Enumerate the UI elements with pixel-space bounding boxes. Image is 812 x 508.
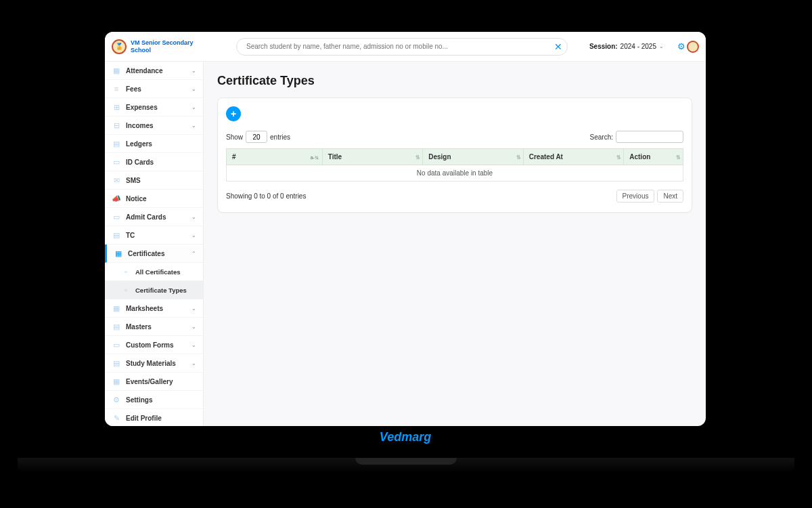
laptop-brand: Vedmarg bbox=[74, 427, 736, 446]
megaphone-icon: 📣 bbox=[112, 194, 121, 203]
sidebar-item-customforms[interactable]: ▭ Custom Forms ⌄ bbox=[105, 336, 203, 354]
laptop-frame: 🏅 VM Senior Secondary School ✕ Session: … bbox=[88, 15, 723, 438]
school-logo-icon: 🏅 bbox=[112, 39, 127, 54]
sidebar-item-certificates[interactable]: ▦ Certificates ⌃ bbox=[105, 245, 203, 263]
tc-icon: ▤ bbox=[112, 230, 121, 240]
sidebar-sub-certificate-types[interactable]: ▫ Certificate Types bbox=[105, 281, 203, 299]
idcard-icon: ▭ bbox=[112, 157, 121, 167]
clear-search-icon[interactable]: ✕ bbox=[554, 41, 562, 52]
topbar: 🏅 VM Senior Secondary School ✕ Session: … bbox=[105, 32, 706, 62]
sms-icon: ✉ bbox=[112, 175, 121, 185]
laptop-notch bbox=[355, 458, 457, 465]
sidebar-item-settings[interactable]: ⚙ Settings bbox=[105, 391, 203, 409]
sort-icon: ⇅ bbox=[676, 154, 679, 160]
table-info: Showing 0 to 0 of 0 entries bbox=[226, 192, 306, 200]
chevron-up-icon: ⌃ bbox=[191, 251, 196, 257]
sidebar-item-studymaterials[interactable]: ▤ Study Materials ⌄ bbox=[105, 354, 203, 373]
chevron-down-icon: ⌄ bbox=[191, 214, 196, 220]
chevron-down-icon: ⌄ bbox=[191, 342, 196, 348]
book-icon: ▤ bbox=[112, 358, 121, 368]
sort-icon: ⇅ bbox=[616, 154, 620, 160]
sidebar-item-masters[interactable]: ▤ Masters ⌄ bbox=[105, 318, 203, 336]
sidebar-sub-all-certificates[interactable]: ▫ All Certificates bbox=[105, 263, 203, 281]
col-action[interactable]: Action ⇅ bbox=[624, 149, 683, 165]
chevron-down-icon: ⌄ bbox=[191, 360, 196, 366]
empty-message: No data available in table bbox=[227, 165, 683, 182]
sidebar-item-admitcards[interactable]: ▭ Admit Cards ⌄ bbox=[105, 208, 203, 226]
sidebar-item-events[interactable]: ▦ Events/Gallery bbox=[105, 373, 203, 391]
search-input[interactable] bbox=[236, 38, 568, 56]
sidebar-item-attendance[interactable]: ▦ Attendance ⌄ bbox=[105, 62, 203, 80]
show-prefix: Show bbox=[226, 133, 243, 141]
session-value: 2024 - 2025 bbox=[621, 43, 656, 50]
marksheet-icon: ▦ bbox=[112, 303, 121, 313]
school-brand[interactable]: 🏅 VM Senior Secondary School bbox=[112, 39, 202, 54]
gear-icon: ⚙ bbox=[112, 395, 121, 404]
table-search-label: Search: bbox=[590, 133, 613, 141]
empty-row: No data available in table bbox=[227, 165, 683, 182]
sort-icon: ⇅ bbox=[415, 154, 419, 160]
show-suffix: entries bbox=[270, 133, 290, 141]
global-search: ✕ bbox=[236, 38, 568, 56]
chevron-down-icon: ⌄ bbox=[191, 305, 196, 312]
col-design[interactable]: Design ⇅ bbox=[423, 149, 524, 165]
next-button[interactable]: Next bbox=[657, 190, 683, 203]
sidebar-item-ledgers[interactable]: ▤ Ledgers bbox=[105, 135, 203, 153]
sidebar-item-tc[interactable]: ▤ TC ⌄ bbox=[105, 226, 203, 245]
chevron-down-icon: ⌄ bbox=[659, 43, 664, 49]
col-title[interactable]: Title ⇅ bbox=[322, 149, 423, 165]
sidebar-item-incomes[interactable]: ⊟ Incomes ⌄ bbox=[105, 117, 203, 135]
content-card: + Show entries Search: bbox=[217, 98, 692, 213]
doc-icon: ▫ bbox=[121, 285, 131, 295]
gear-icon[interactable]: ⚙ bbox=[677, 41, 685, 51]
data-table: # a-¾ Title ⇅ Design ⇅ bbox=[226, 148, 683, 182]
chevron-down-icon: ⌄ bbox=[191, 232, 196, 238]
table-footer: Showing 0 to 0 of 0 entries Previous Nex… bbox=[226, 190, 683, 203]
doc-icon: ▫ bbox=[121, 267, 131, 276]
avatar[interactable] bbox=[687, 41, 699, 53]
incomes-icon: ⊟ bbox=[112, 121, 121, 130]
school-name: VM Senior Secondary School bbox=[131, 39, 202, 54]
pagination: Previous Next bbox=[616, 190, 683, 203]
table-controls: Show entries Search: bbox=[226, 131, 683, 143]
chevron-down-icon: ⌄ bbox=[191, 86, 196, 92]
main-content: Certificate Types + Show entries Search: bbox=[204, 62, 706, 426]
col-number[interactable]: # a-¾ bbox=[227, 149, 323, 165]
form-icon: ▭ bbox=[112, 340, 121, 350]
sidebar-item-expenses[interactable]: ⊞ Expenses ⌄ bbox=[105, 98, 203, 117]
sort-indicator: a-¾ bbox=[311, 154, 319, 159]
entries-input[interactable] bbox=[246, 131, 267, 143]
sidebar-item-notice[interactable]: 📣 Notice bbox=[105, 190, 203, 208]
calendar-icon: ▦ bbox=[112, 66, 121, 75]
chevron-down-icon: ⌄ bbox=[191, 123, 196, 129]
chevron-down-icon: ⌄ bbox=[191, 324, 196, 330]
masters-icon: ▤ bbox=[112, 322, 121, 331]
app-screen: 🏅 VM Senior Secondary School ✕ Session: … bbox=[105, 32, 706, 426]
chevron-down-icon: ⌄ bbox=[191, 68, 196, 74]
page-title: Certificate Types bbox=[217, 74, 692, 88]
admitcard-icon: ▭ bbox=[112, 212, 121, 221]
sidebar: ▦ Attendance ⌄ ≡ Fees ⌄ ⊞ Expenses ⌄ ⊟ I… bbox=[105, 62, 204, 426]
prev-button[interactable]: Previous bbox=[616, 190, 655, 203]
expenses-icon: ⊞ bbox=[112, 102, 121, 112]
sidebar-item-sms[interactable]: ✉ SMS bbox=[105, 171, 203, 190]
profile-icon: ✎ bbox=[112, 413, 121, 423]
gallery-icon: ▦ bbox=[112, 377, 121, 386]
session-selector[interactable]: Session: 2024 - 2025 ⌄ bbox=[589, 43, 664, 50]
add-button[interactable]: + bbox=[226, 106, 241, 121]
sidebar-item-fees[interactable]: ≡ Fees ⌄ bbox=[105, 80, 203, 98]
header-actions: ⚙ bbox=[677, 41, 699, 53]
sidebar-item-editprofile[interactable]: ✎ Edit Profile bbox=[105, 409, 203, 426]
col-created[interactable]: Created At ⇅ bbox=[523, 149, 624, 165]
money-icon: ≡ bbox=[112, 84, 121, 93]
table-search-input[interactable] bbox=[616, 131, 683, 143]
sidebar-item-idcards[interactable]: ▭ ID Cards bbox=[105, 153, 203, 171]
session-label: Session: bbox=[589, 43, 618, 50]
chevron-down-icon: ⌄ bbox=[191, 104, 196, 110]
sort-icon: ⇅ bbox=[516, 154, 520, 160]
body: ▦ Attendance ⌄ ≡ Fees ⌄ ⊞ Expenses ⌄ ⊟ I… bbox=[105, 62, 706, 426]
sidebar-item-marksheets[interactable]: ▦ Marksheets ⌄ bbox=[105, 299, 203, 318]
ledger-icon: ▤ bbox=[112, 139, 121, 148]
certificate-icon: ▦ bbox=[114, 249, 123, 258]
